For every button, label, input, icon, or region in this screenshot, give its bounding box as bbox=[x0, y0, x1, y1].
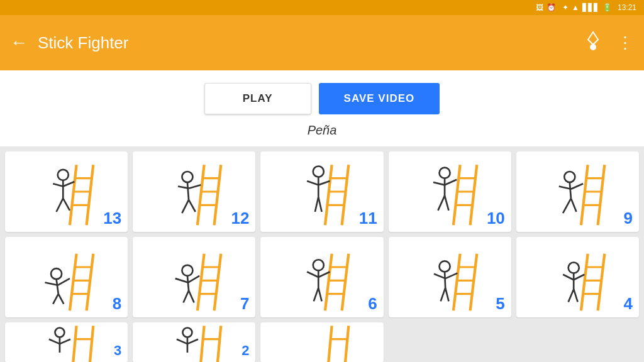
svg-line-15 bbox=[214, 165, 221, 225]
svg-line-109 bbox=[574, 275, 584, 280]
svg-line-57 bbox=[563, 199, 571, 213]
time-display: 13:21 bbox=[618, 3, 636, 12]
svg-line-125 bbox=[187, 339, 198, 344]
svg-point-41 bbox=[439, 168, 450, 178]
svg-point-30 bbox=[313, 166, 324, 177]
svg-line-102 bbox=[581, 254, 588, 311]
svg-line-36 bbox=[453, 165, 460, 225]
svg-line-92 bbox=[470, 254, 477, 311]
svg-line-21 bbox=[189, 185, 201, 188]
svg-line-43 bbox=[445, 180, 457, 185]
svg-line-35 bbox=[315, 197, 318, 212]
svg-line-14 bbox=[197, 165, 204, 225]
svg-line-66 bbox=[45, 283, 57, 285]
svg-line-77 bbox=[175, 278, 188, 282]
app-title: Stick Fighter bbox=[38, 33, 582, 53]
svg-line-56 bbox=[571, 199, 577, 212]
frame-number: 5 bbox=[496, 294, 504, 314]
svg-line-11 bbox=[53, 184, 63, 186]
svg-line-127 bbox=[329, 326, 332, 362]
svg-line-88 bbox=[308, 272, 319, 277]
svg-line-64 bbox=[57, 279, 58, 293]
signal-icon: ▋▋▋ bbox=[582, 3, 599, 12]
svg-line-128 bbox=[345, 326, 348, 362]
frame-card[interactable]: 11 bbox=[260, 151, 383, 232]
status-icons: 🖼 ⏰ ✦ ▲ ▋▋▋ 🔋 13:21 bbox=[536, 3, 636, 12]
frame-number: 8 bbox=[113, 294, 121, 314]
frame-card[interactable]: 2 bbox=[133, 322, 255, 362]
svg-line-53 bbox=[570, 182, 571, 199]
svg-line-89 bbox=[319, 288, 322, 301]
svg-line-13 bbox=[57, 199, 64, 212]
frame-number: 4 bbox=[624, 294, 633, 314]
wifi-icon: ▲ bbox=[572, 3, 579, 12]
svg-line-78 bbox=[184, 290, 189, 302]
svg-line-54 bbox=[571, 184, 583, 189]
svg-line-79 bbox=[189, 290, 194, 302]
frame-card[interactable]: 9 bbox=[516, 151, 639, 232]
svg-line-12 bbox=[63, 199, 70, 211]
frame-number: 13 bbox=[103, 209, 121, 228]
svg-line-76 bbox=[188, 276, 199, 283]
svg-line-24 bbox=[182, 200, 189, 213]
svg-line-25 bbox=[325, 165, 332, 225]
svg-line-68 bbox=[58, 294, 64, 304]
frame-card[interactable] bbox=[260, 322, 383, 362]
svg-marker-0 bbox=[588, 32, 598, 45]
svg-line-100 bbox=[445, 288, 448, 301]
frame-number: 7 bbox=[240, 294, 249, 314]
svg-point-19 bbox=[182, 172, 193, 182]
svg-point-123 bbox=[183, 328, 192, 337]
svg-point-63 bbox=[51, 268, 62, 279]
frame-number: 11 bbox=[359, 209, 377, 228]
svg-line-98 bbox=[445, 273, 457, 279]
frame-number: 9 bbox=[624, 209, 633, 228]
frame-card[interactable]: 10 bbox=[389, 151, 511, 232]
frame-card[interactable]: 7 bbox=[133, 237, 255, 317]
frame-card[interactable]: 6 bbox=[260, 237, 383, 317]
svg-line-101 bbox=[440, 288, 445, 301]
svg-line-90 bbox=[314, 288, 318, 301]
frame-card[interactable]: 3 bbox=[5, 322, 128, 362]
svg-line-67 bbox=[53, 294, 58, 304]
svg-line-70 bbox=[214, 254, 221, 311]
svg-line-44 bbox=[433, 182, 445, 185]
frame-number: 10 bbox=[487, 209, 505, 228]
svg-line-111 bbox=[574, 289, 577, 302]
svg-line-48 bbox=[597, 165, 604, 225]
svg-line-46 bbox=[438, 195, 445, 210]
frame-card[interactable]: 8 bbox=[5, 237, 128, 317]
svg-point-52 bbox=[564, 172, 575, 182]
svg-line-103 bbox=[597, 254, 604, 311]
frames-grid: 13 12 bbox=[0, 146, 644, 362]
svg-line-99 bbox=[434, 274, 445, 278]
svg-line-4 bbox=[87, 165, 94, 225]
paint-icon[interactable] bbox=[582, 30, 604, 57]
play-button[interactable]: PLAY bbox=[204, 83, 311, 114]
overflow-menu-button[interactable]: ⋮ bbox=[617, 33, 634, 53]
svg-line-80 bbox=[325, 254, 332, 311]
save-video-button[interactable]: SAVE VIDEO bbox=[319, 83, 440, 114]
gallery-icon: 🖼 bbox=[536, 3, 543, 12]
app-bar: ← Stick Fighter ⋮ bbox=[0, 15, 644, 70]
svg-line-23 bbox=[189, 200, 196, 212]
svg-line-20 bbox=[187, 182, 189, 200]
svg-line-121 bbox=[218, 326, 221, 362]
svg-line-119 bbox=[49, 339, 60, 344]
svg-line-91 bbox=[453, 254, 460, 311]
frame-card[interactable]: 5 bbox=[389, 237, 511, 317]
frame-card[interactable]: 4 bbox=[516, 237, 639, 317]
frame-card[interactable]: 13 bbox=[5, 151, 128, 232]
svg-line-45 bbox=[445, 195, 448, 210]
frame-card[interactable]: 12 bbox=[133, 151, 255, 232]
svg-point-96 bbox=[439, 261, 450, 272]
svg-line-118 bbox=[60, 339, 70, 344]
animation-title: Peña bbox=[0, 123, 644, 138]
svg-line-59 bbox=[87, 254, 94, 311]
svg-line-126 bbox=[177, 339, 187, 344]
svg-line-33 bbox=[308, 181, 319, 185]
svg-line-34 bbox=[319, 197, 322, 212]
frame-number: 6 bbox=[368, 294, 377, 314]
svg-point-1 bbox=[590, 44, 596, 50]
back-button[interactable]: ← bbox=[10, 33, 28, 53]
